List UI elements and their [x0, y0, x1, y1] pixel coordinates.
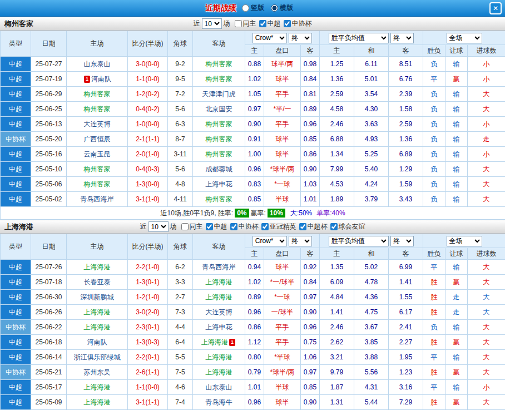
home-team-link[interactable]: 上海海港 — [67, 305, 128, 320]
goals-result: 大 — [468, 320, 505, 335]
asian-handicap: 球半 — [264, 260, 301, 275]
avg-draw-odds: 3.79 — [354, 192, 389, 207]
away-team-link[interactable]: 上海申花 — [193, 320, 245, 335]
filter-checkbox[interactable] — [235, 20, 242, 27]
away-team-link[interactable]: 上海海港 — [193, 350, 245, 365]
home-team-link[interactable]: 梅州客家 — [67, 177, 128, 192]
away-team-link[interactable]: 上海海港1 — [193, 335, 245, 350]
vertical-radio[interactable] — [242, 4, 249, 12]
away-team-link[interactable]: 天津津门虎 — [193, 87, 245, 102]
scope-select[interactable]: 全场 — [447, 236, 482, 246]
avg-odds-select[interactable]: 胜平负均值 — [329, 236, 389, 246]
odds-company-select[interactable]: Crow* — [253, 33, 287, 43]
filter-checkbox[interactable] — [261, 223, 269, 230]
filter-checkbox[interactable] — [299, 223, 306, 230]
scope-select[interactable]: 全场 — [447, 33, 482, 43]
filter-checkbox[interactable] — [259, 20, 266, 27]
layout-radio-horizontal[interactable]: 横版 — [271, 3, 293, 13]
close-icon[interactable]: ✕ — [489, 2, 502, 14]
away-team-link[interactable]: 成都蓉城 — [193, 162, 245, 177]
away-team-link[interactable]: 青岛海牛 — [193, 395, 245, 410]
away-team-link[interactable]: 北京国安 — [193, 102, 245, 117]
home-team-link[interactable]: 云南玉昆 — [67, 147, 128, 162]
asian-final-select[interactable]: 终 — [289, 236, 312, 246]
filter-option[interactable]: 中协杯 — [230, 222, 259, 231]
filter-option[interactable]: 球会友谊 — [330, 222, 365, 231]
corner-count: 9-2 — [168, 57, 193, 72]
home-team-link[interactable]: 苏州东吴 — [67, 365, 128, 380]
home-team-link[interactable]: 河南队 — [67, 335, 128, 350]
asian-home-odds: 0.94 — [245, 260, 264, 275]
home-team-link[interactable]: 广西恒辰 — [67, 132, 128, 147]
home-team-link[interactable]: 深圳新鹏城 — [67, 290, 128, 305]
match-count-select[interactable]: 10 — [202, 18, 222, 29]
league-type: 中协杯 — [1, 365, 31, 380]
avg-away-odds: 6.89 — [389, 147, 423, 162]
away-team-link[interactable]: 青岛西海岸 — [193, 260, 245, 275]
home-team-link[interactable]: 山东泰山 — [67, 57, 128, 72]
home-team-link[interactable]: 梅州客家 — [67, 87, 128, 102]
odds-company-select[interactable]: Crow* — [253, 236, 287, 246]
filter-checkbox[interactable] — [330, 223, 338, 230]
home-team-link[interactable]: 大连英博 — [67, 117, 128, 132]
filter-option[interactable]: 中协杯 — [284, 19, 312, 28]
home-team-link[interactable]: 上海海港 — [67, 320, 128, 335]
away-team-link[interactable]: 上海申花 — [193, 177, 245, 192]
goals-result: 大 — [468, 290, 505, 305]
match-count-select[interactable]: 10 — [148, 221, 169, 232]
filter-option[interactable]: 同主 — [181, 222, 203, 231]
home-team-link[interactable]: 1河南队 — [67, 72, 128, 87]
avg-final-select[interactable]: 终 — [390, 33, 414, 43]
home-team-link[interactable]: 梅州客家 — [67, 102, 128, 117]
over-rate-label: 大:50% — [290, 209, 312, 217]
result-wdl: 负 — [423, 57, 445, 72]
filter-checkbox[interactable] — [284, 20, 291, 27]
asian-final-select[interactable]: 终 — [289, 33, 312, 43]
away-team-link[interactable]: 梅州客家 — [193, 57, 245, 72]
avg-final-select[interactable]: 终 — [390, 236, 414, 246]
asian-handicap: *球半/两 — [264, 365, 301, 380]
asian-odds-group: Crow* 终 — [245, 31, 320, 45]
corner-count: 4-4 — [168, 320, 193, 335]
home-team-link[interactable]: 青岛西海岸 — [67, 192, 128, 207]
away-team-link[interactable]: 梅州客家 — [193, 132, 245, 147]
home-team-link[interactable]: 上海海港 — [67, 395, 128, 410]
match-score: 0-4(0-2) — [128, 102, 168, 117]
filter-option[interactable]: 中超杯 — [299, 222, 328, 231]
asian-handicap: 球半 — [264, 72, 301, 87]
col-type: 类型 — [1, 234, 31, 260]
away-team-link[interactable]: 梅州客家 — [193, 72, 245, 87]
home-team-link[interactable]: 浙江俱乐部绿城 — [67, 350, 128, 365]
home-team-link[interactable]: 上海海港 — [67, 380, 128, 395]
away-team-link[interactable]: 上海海港 — [193, 275, 245, 290]
away-team-link[interactable]: 梅州客家 — [193, 147, 245, 162]
away-team-link[interactable]: 上海海港 — [193, 290, 245, 305]
away-team-link[interactable]: 上海海港 — [193, 365, 245, 380]
filter-checkbox[interactable] — [230, 223, 237, 230]
filter-checkbox[interactable] — [206, 223, 213, 230]
away-team-link[interactable]: 大连英博 — [193, 305, 245, 320]
summary-text: 近10场,胜0平1负9, 胜率:0%赢率:10%大:50%单率:40% — [1, 207, 505, 220]
filter-checkbox[interactable] — [181, 223, 189, 230]
avg-odds-select[interactable]: 胜平负均值 — [329, 33, 389, 43]
avg-away-odds: 1.59 — [389, 177, 423, 192]
horizontal-radio[interactable] — [271, 4, 278, 12]
filter-option[interactable]: 中超 — [206, 222, 227, 231]
home-team-link[interactable]: 上海海港 — [67, 260, 128, 275]
league-type: 中超 — [1, 350, 31, 365]
avg-odds-group: 胜平负均值 终 — [320, 234, 423, 248]
match-score: 1-1(0-0) — [128, 380, 168, 395]
home-team-link[interactable]: 长春亚泰 — [67, 275, 128, 290]
filter-option[interactable]: 亚冠精英 — [261, 222, 296, 231]
away-team-link[interactable]: 梅州客家 — [193, 117, 245, 132]
avg-draw-odds: 4.30 — [354, 102, 389, 117]
filter-option[interactable]: 中超 — [259, 19, 281, 28]
away-team-link[interactable]: 山东泰山 — [193, 380, 245, 395]
home-team-link[interactable]: 梅州客家 — [67, 162, 128, 177]
single-rate-label: 单率:40% — [316, 209, 345, 217]
asian-home-odds: 0.86 — [245, 320, 264, 335]
away-team-link[interactable]: 梅州客家 — [193, 192, 245, 207]
filter-option[interactable]: 同主 — [235, 19, 256, 28]
avg-away-odds: 6.76 — [389, 72, 423, 87]
layout-radio-vertical[interactable]: 竖版 — [242, 3, 264, 13]
